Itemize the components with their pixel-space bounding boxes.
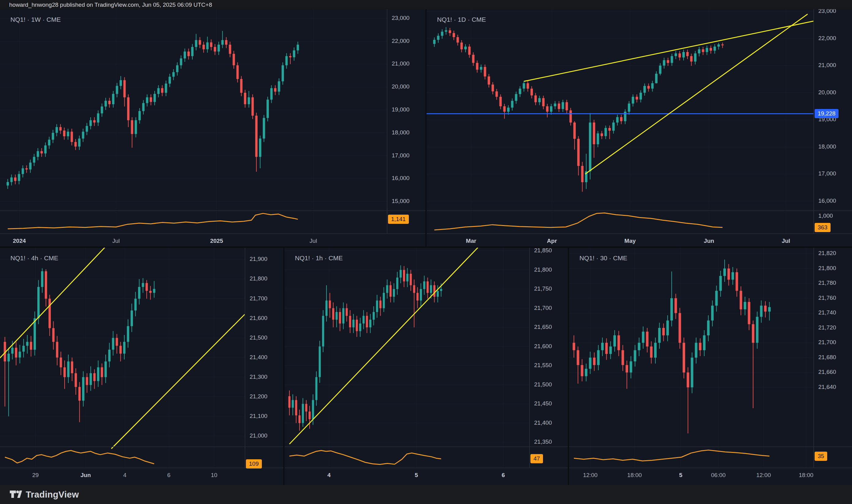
chart-panel-30m: NQ1! · 30 · CME 21,82021,80021,78021,760… (569, 248, 852, 485)
price-tick-label: 21,720 (818, 324, 836, 331)
time-axis[interactable]: 456 (285, 468, 568, 485)
price-tick-label: 16,000 (818, 198, 836, 204)
pane-separator (285, 447, 568, 447)
time-tick-label: 18:00 (621, 472, 648, 479)
candlestick-plot[interactable] (285, 248, 529, 468)
price-tick-label: 21,500 (250, 335, 267, 341)
pane-separator (569, 447, 852, 447)
time-tick-label: 06:00 (705, 472, 732, 479)
indicator-value-badge: 1,141 (388, 215, 409, 224)
price-tick-label: 21,640 (818, 384, 836, 391)
price-tick-label: 15,000 (392, 198, 410, 204)
price-tick-label: 21,650 (534, 324, 552, 330)
price-tick-label: 17,000 (818, 170, 836, 177)
price-tick-label: 21,740 (818, 309, 836, 316)
pane-separator (0, 447, 283, 447)
time-tick-label: Apr (538, 238, 566, 244)
tradingview-logo-icon (9, 489, 22, 500)
candlestick-plot[interactable] (569, 248, 813, 468)
candlestick-plot[interactable] (0, 248, 245, 468)
time-axis[interactable]: MarAprMayJunJul (427, 234, 852, 247)
price-tick-label: 21,660 (818, 369, 836, 375)
time-tick-label: 12:00 (750, 472, 777, 479)
price-axis[interactable]: 21,82021,80021,78021,76021,74021,72021,7… (813, 248, 852, 468)
chart-panel-1h: NQ1! · 1h · CME 21,85021,80021,75021,700… (285, 248, 568, 485)
time-tick-label: 2025 (203, 238, 230, 244)
price-tick-label: 21,400 (534, 419, 552, 426)
time-tick-label: 4 (111, 472, 139, 479)
price-tick-label: 21,600 (534, 343, 552, 350)
price-axis[interactable]: 23,00022,00021,00020,00019,00018,00017,0… (387, 9, 425, 234)
time-tick-label: 29 (22, 472, 49, 479)
candlestick-plot[interactable] (427, 9, 813, 233)
time-tick-label: Jul (772, 238, 800, 244)
price-tick-label: 21,500 (534, 381, 552, 388)
indicator-value-badge: 47 (530, 454, 543, 463)
brand-name: TradingView (26, 490, 79, 500)
pane-separator (0, 210, 425, 211)
indicator-value-badge: 35 (815, 452, 827, 461)
price-tick-label: 21,000 (392, 60, 410, 67)
time-tick-label: 5 (667, 472, 694, 479)
price-tick-label: 22,000 (818, 35, 836, 42)
price-tick-label: 23,000 (818, 9, 836, 14)
chart-symbol-title: NQ1! · 1D · CME (437, 16, 486, 23)
chart-panel-4h: NQ1! · 4h · CME 21,90021,80021,70021,600… (0, 248, 283, 485)
price-tick-label: 21,200 (250, 393, 267, 400)
time-tick-label: 2024 (5, 238, 33, 244)
time-tick-label: Jun (72, 472, 99, 479)
price-tick-label: 21,680 (818, 354, 836, 361)
price-tick-label: 21,850 (534, 248, 552, 254)
time-axis[interactable]: 2024Jul2025Jul (0, 234, 425, 247)
time-tick-label: Mar (457, 238, 485, 244)
price-tick-label: 20,000 (392, 83, 410, 90)
candlestick-plot[interactable] (0, 9, 387, 233)
indicator-tick-label: 1,000 (818, 213, 833, 219)
indicator-value-badge: 363 (815, 223, 831, 232)
price-tick-label: 21,600 (250, 315, 267, 322)
price-tick-label: 21,000 (250, 432, 267, 439)
price-tick-label: 21,400 (250, 354, 267, 361)
chart-symbol-title: NQ1! · 1h · CME (295, 254, 343, 262)
price-tick-label: 21,900 (250, 256, 267, 263)
publish-info-bar: howard_hnwong28 published on TradingView… (0, 0, 852, 9)
price-axis[interactable]: 21,90021,80021,70021,60021,50021,40021,3… (245, 248, 283, 468)
price-tick-label: 18,000 (818, 143, 836, 150)
price-tick-label: 16,000 (392, 175, 410, 182)
time-tick-label: 5 (403, 472, 430, 479)
time-tick-label: 6 (155, 472, 183, 479)
price-tick-label: 22,000 (392, 38, 410, 44)
price-tick-label: 21,550 (534, 362, 552, 369)
price-tick-label: 21,800 (534, 266, 552, 273)
footer-bar: TradingView (0, 485, 852, 504)
time-tick-label: Jul (102, 238, 130, 244)
price-axis[interactable]: 23,00022,00021,00020,00019,00018,00017,0… (813, 9, 852, 234)
time-axis[interactable]: 12:0018:00506:0012:0018:00 (569, 468, 852, 485)
publish-info-text: howard_hnwong28 published on TradingView… (9, 2, 212, 8)
time-axis[interactable]: 29Jun4610 (0, 468, 283, 485)
time-tick-label: Jul (300, 238, 327, 244)
price-line-badge: 19,228 (815, 109, 838, 118)
price-tick-label: 20,000 (818, 89, 836, 96)
chart-symbol-title: NQ1! · 30 · CME (579, 254, 627, 262)
price-tick-label: 21,300 (250, 374, 267, 380)
price-tick-label: 21,350 (534, 438, 552, 445)
time-tick-label: May (616, 238, 644, 244)
price-tick-label: 19,000 (392, 106, 410, 113)
time-tick-label: 12:00 (576, 472, 604, 479)
price-tick-label: 21,100 (250, 413, 267, 419)
chart-panel-daily: NQ1! · 1D · CME 23,00022,00021,00020,000… (427, 9, 852, 247)
price-tick-label: 23,000 (392, 15, 410, 21)
chart-symbol-title: NQ1! · 1W · CME (11, 16, 61, 23)
price-axis[interactable]: 21,85021,80021,75021,70021,65021,60021,5… (529, 248, 568, 468)
time-tick-label: 10 (200, 472, 228, 479)
price-tick-label: 21,450 (534, 400, 552, 407)
price-tick-label: 18,000 (392, 129, 410, 136)
time-tick-label: 6 (489, 472, 517, 479)
price-tick-label: 21,700 (250, 295, 267, 302)
price-tick-label: 21,800 (250, 275, 267, 282)
price-tick-label: 21,780 (818, 280, 836, 286)
time-tick-label: 4 (315, 472, 343, 479)
time-tick-label: Jun (695, 238, 723, 244)
price-tick-label: 21,760 (818, 294, 836, 301)
